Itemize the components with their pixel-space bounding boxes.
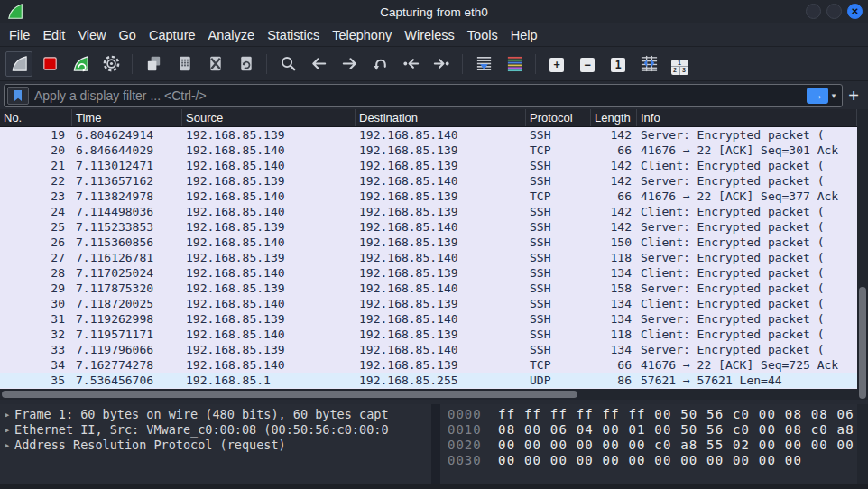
- magnifier-icon: [279, 54, 298, 73]
- display-filter-box: → ▾: [4, 84, 843, 107]
- packet-row[interactable]: 297.117875320192.168.85.139192.168.85.14…: [0, 281, 857, 296]
- display-filter-input[interactable]: [29, 88, 807, 103]
- minimize-button[interactable]: [806, 4, 821, 19]
- packet-row[interactable]: 327.119571171192.168.85.140192.168.85.13…: [0, 327, 857, 342]
- horizontal-scrollbar-thumb[interactable]: [2, 391, 577, 398]
- layout-panes-button[interactable]: 123: [666, 51, 693, 77]
- packet-cell-src: 192.168.85.139: [182, 127, 356, 143]
- packet-row[interactable]: 287.117025024192.168.85.140192.168.85.13…: [0, 265, 857, 281]
- add-filter-button[interactable]: +: [843, 84, 864, 107]
- hex-offset: 0030: [448, 453, 489, 468]
- shark-fin-restart-icon: [71, 54, 90, 73]
- find-packet-button[interactable]: [274, 51, 301, 77]
- hex-scrollbar[interactable]: [857, 404, 868, 484]
- filter-bookmark-button[interactable]: [7, 87, 29, 105]
- go-back-button[interactable]: [305, 51, 332, 77]
- menu-item-help[interactable]: Help: [504, 25, 544, 45]
- packet-cell-num: 32: [0, 327, 72, 342]
- capture-options-button[interactable]: [97, 51, 125, 77]
- menu-item-view[interactable]: View: [71, 25, 112, 45]
- menu-item-statistics[interactable]: Statistics: [261, 25, 326, 45]
- zoom-in-button[interactable]: +: [543, 51, 570, 77]
- close-button[interactable]: ✕: [847, 4, 863, 19]
- maximize-button[interactable]: [826, 4, 842, 19]
- go-last-button[interactable]: [428, 51, 455, 77]
- packet-list: 196.804624914192.168.85.139192.168.85.14…: [0, 127, 857, 389]
- column-header-no[interactable]: No.: [0, 109, 72, 126]
- packet-row[interactable]: 237.113824978192.168.85.140192.168.85.13…: [0, 189, 857, 204]
- detail-tree-item[interactable]: ▸Frame 1: 60 bytes on wire (480 bits), 6…: [0, 407, 431, 422]
- detail-tree-item[interactable]: ▸Address Resolution Protocol (request): [0, 438, 431, 453]
- resize-columns-button[interactable]: [635, 51, 662, 77]
- packet-cell-info: Server: Encrypted packet (: [637, 311, 857, 327]
- go-to-packet-button[interactable]: [366, 51, 393, 77]
- packet-row[interactable]: 357.536456706192.168.85.1192.168.85.255U…: [0, 373, 857, 388]
- packet-row[interactable]: 227.113657162192.168.85.139192.168.85.14…: [0, 173, 857, 189]
- packet-cell-src: 192.168.85.140: [182, 204, 356, 219]
- menu-item-go[interactable]: Go: [113, 25, 143, 45]
- menu-item-analyze[interactable]: Analyze: [202, 25, 262, 45]
- column-header-source[interactable]: Source: [182, 109, 356, 126]
- packet-row[interactable]: 247.114498036192.168.85.140192.168.85.13…: [0, 204, 857, 219]
- hex-row[interactable]: 0000ff ff ff ff ff ff 00 50 56 c0 00 08 …: [440, 407, 857, 422]
- colorize-button[interactable]: [501, 51, 528, 77]
- hex-bytes: 00 00 00 00 00 00 00 00 00 00 00 00: [498, 453, 802, 468]
- column-header-time[interactable]: Time: [72, 109, 182, 126]
- menu-item-tools[interactable]: Tools: [461, 25, 504, 45]
- packet-row[interactable]: 217.113012471192.168.85.140192.168.85.13…: [0, 158, 857, 173]
- menu-item-edit[interactable]: Edit: [36, 25, 71, 45]
- vertical-scrollbar-thumb[interactable]: [859, 287, 866, 399]
- packet-row[interactable]: 337.119796066192.168.85.139192.168.85.14…: [0, 342, 857, 357]
- packet-row[interactable]: 347.162774278192.168.85.140192.168.85.13…: [0, 357, 857, 373]
- packet-row[interactable]: 317.119262998192.168.85.139192.168.85.14…: [0, 311, 857, 327]
- start-capture-button[interactable]: [5, 51, 32, 77]
- menu-item-capture[interactable]: Capture: [143, 25, 202, 45]
- expander-icon[interactable]: ▸: [0, 407, 14, 422]
- packet-row[interactable]: 267.115360856192.168.85.140192.168.85.13…: [0, 235, 857, 250]
- packet-row[interactable]: 257.115233853192.168.85.139192.168.85.14…: [0, 219, 857, 235]
- packet-cell-len: 66: [591, 143, 637, 158]
- packet-cell-proto: SSH: [526, 173, 591, 189]
- packet-cell-info: 57621 → 57621 Len=44: [637, 373, 857, 388]
- auto-scroll-button[interactable]: [470, 51, 497, 77]
- detail-tree-item[interactable]: ▸Ethernet II, Src: VMware_c0:00:08 (00:5…: [0, 422, 431, 438]
- menu-item-telephony[interactable]: Telephony: [326, 25, 398, 45]
- go-forward-button[interactable]: [336, 51, 363, 77]
- packet-row[interactable]: 206.846644029192.168.85.140192.168.85.13…: [0, 143, 857, 158]
- horizontal-scrollbar[interactable]: [0, 389, 857, 400]
- restart-capture-button[interactable]: [67, 51, 94, 77]
- pane-vertical-divider[interactable]: [431, 404, 440, 484]
- hex-row[interactable]: 002000 00 00 00 00 00 c0 a8 55 02 00 00 …: [440, 438, 857, 453]
- go-first-button[interactable]: [397, 51, 424, 77]
- packet-row[interactable]: 196.804624914192.168.85.139192.168.85.14…: [0, 127, 857, 143]
- hex-row[interactable]: 003000 00 00 00 00 00 00 00 00 00 00 00: [440, 453, 857, 468]
- expander-icon[interactable]: ▸: [0, 422, 14, 438]
- packet-cell-src: 192.168.85.140: [182, 357, 356, 373]
- close-file-icon: [206, 54, 225, 73]
- close-file-button[interactable]: [201, 51, 228, 77]
- zoom-out-button[interactable]: −: [574, 51, 601, 77]
- hex-offset: 0020: [448, 438, 489, 453]
- filter-dropdown-icon[interactable]: ▾: [828, 91, 840, 100]
- packet-cell-proto: SSH: [526, 219, 591, 235]
- zoom-100-button[interactable]: 1: [605, 51, 632, 77]
- column-header-length[interactable]: Length: [591, 109, 637, 126]
- menu-item-wireless[interactable]: Wireless: [398, 25, 461, 45]
- menu-item-file[interactable]: File: [3, 25, 36, 45]
- packet-cell-num: 21: [0, 158, 72, 173]
- column-header-protocol[interactable]: Protocol: [526, 109, 591, 126]
- packet-row[interactable]: 307.118720025192.168.85.140192.168.85.13…: [0, 296, 857, 311]
- column-header-info[interactable]: Info: [637, 109, 857, 126]
- packet-cell-len: 134: [591, 342, 637, 357]
- column-header-destination[interactable]: Destination: [356, 109, 526, 126]
- save-file-button[interactable]: [171, 51, 198, 77]
- reload-file-button[interactable]: [232, 51, 259, 77]
- stop-capture-button[interactable]: [36, 51, 63, 77]
- hex-row[interactable]: 001008 00 06 04 00 01 00 50 56 c0 00 08 …: [440, 422, 857, 438]
- vertical-scrollbar[interactable]: [857, 109, 868, 400]
- packet-cell-dst: 192.168.85.139: [356, 189, 526, 204]
- packet-row[interactable]: 277.116126781192.168.85.139192.168.85.14…: [0, 250, 857, 265]
- open-file-button[interactable]: [140, 51, 167, 77]
- expander-icon[interactable]: ▸: [0, 438, 14, 453]
- apply-filter-button[interactable]: →: [807, 88, 828, 104]
